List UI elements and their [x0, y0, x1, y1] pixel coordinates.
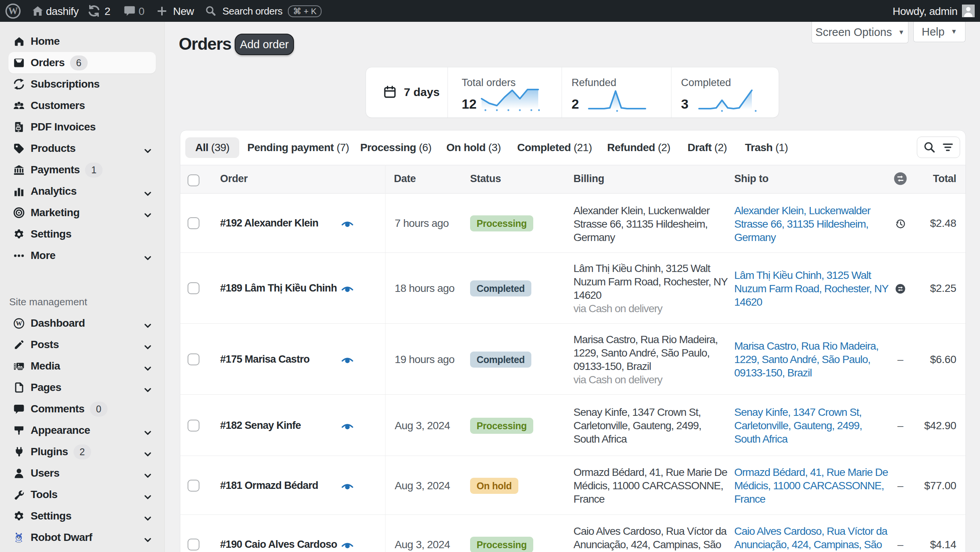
- svg-text:W: W: [8, 6, 18, 16]
- svg-text:W: W: [16, 320, 22, 327]
